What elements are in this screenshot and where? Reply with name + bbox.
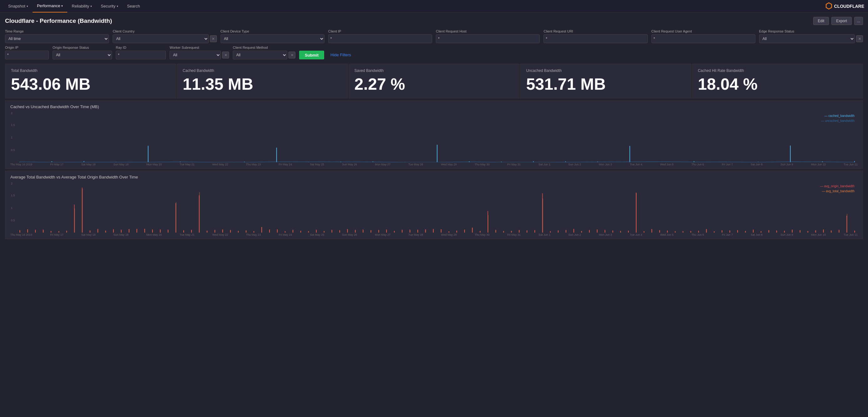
chart2-section: Average Total Bandwidth vs Average Total… xyxy=(5,171,863,239)
filter-client-request-method: Client Request Method All ✕ xyxy=(233,46,296,59)
filter-worker-subrequest: Worker Subrequest All ✕ xyxy=(169,46,229,59)
filter-time-range: Time Range All time xyxy=(5,29,109,43)
stat-total-bandwidth: Total Bandwidth 543.06 MB xyxy=(5,64,176,99)
stat-label-total-bandwidth: Total Bandwidth xyxy=(11,68,170,73)
worker-subrequest-select[interactable]: All xyxy=(169,50,221,59)
cloudflare-icon: ⬡ xyxy=(825,1,832,11)
legend-cached-bandwidth: — cached_bandwidth xyxy=(825,114,855,117)
title-actions: Edit Export ... xyxy=(813,17,863,25)
stat-value-total-bandwidth: 543.06 MB xyxy=(11,75,170,93)
client-country-clear[interactable]: ✕ xyxy=(210,35,217,42)
filter-label-client-device-type: Client Device Type xyxy=(221,29,324,33)
chevron-down-icon: ▾ xyxy=(27,5,28,8)
chart1-section: Cached vs Uncached Bandwidth Over Time (… xyxy=(5,100,863,169)
filter-client-request-user-agent: Client Request User Agent xyxy=(651,29,755,43)
chevron-down-icon: ▾ xyxy=(90,5,92,8)
legend-uncached-bandwidth: — uncached_bandwidth xyxy=(821,119,855,123)
chevron-down-icon: ▾ xyxy=(117,5,118,8)
stat-value-uncached-bandwidth: 531.71 MB xyxy=(526,75,685,93)
chart2-canvas xyxy=(10,182,858,233)
cloudflare-logo: ⬡ CLOUDFLARE xyxy=(825,1,864,11)
stat-value-saved-bandwidth: 2.27 % xyxy=(354,75,514,93)
stat-cached-hit-rate: Cached Hit Rate Bandwidth 18.04 % xyxy=(692,64,863,99)
filter-ray-id: Ray ID xyxy=(116,46,166,59)
more-button[interactable]: ... xyxy=(854,17,863,25)
stat-cards: Total Bandwidth 543.06 MB Cached Bandwid… xyxy=(5,64,863,99)
filter-client-ip: Client IP xyxy=(328,29,432,43)
filter-label-client-request-uri: Client Request URI xyxy=(544,29,647,33)
origin-ip-input[interactable] xyxy=(5,50,49,59)
filter-label-time-range: Time Range xyxy=(5,29,109,33)
hide-filters-link[interactable]: Hide Filters xyxy=(331,50,351,59)
time-range-select[interactable]: All time xyxy=(5,34,109,43)
main-content: Cloudflare - Performance (Bandwidth) Edi… xyxy=(0,12,868,417)
stat-label-cached-bandwidth: Cached Bandwidth xyxy=(183,68,342,73)
navbar: Snapshot ▾ Performance ▾ Reliability ▾ S… xyxy=(0,0,868,12)
stat-saved-bandwidth: Saved Bandwidth 2.27 % xyxy=(348,64,520,99)
nav-reliability[interactable]: Reliability ▾ xyxy=(67,0,96,12)
page-title: Cloudflare - Performance (Bandwidth) xyxy=(5,18,112,24)
stat-uncached-bandwidth: Uncached Bandwidth 531.71 MB xyxy=(520,64,691,99)
filter-input-wrap-client-country: All ✕ xyxy=(113,34,217,43)
origin-response-status-select[interactable]: All xyxy=(53,50,112,59)
filter-label-origin-ip: Origin IP xyxy=(5,46,49,49)
filter-input-wrap-request-host xyxy=(436,34,540,43)
chart1-title: Cached vs Uncached Bandwidth Over Time (… xyxy=(10,104,858,109)
client-request-uri-input[interactable] xyxy=(544,34,647,43)
filter-input-wrap-time-range: All time xyxy=(5,34,109,43)
export-button[interactable]: Export xyxy=(831,17,852,25)
client-request-host-input[interactable] xyxy=(436,34,540,43)
ray-id-input[interactable] xyxy=(116,50,166,59)
filter-input-wrap-device-type: All xyxy=(221,34,324,43)
worker-subrequest-clear[interactable]: ✕ xyxy=(222,51,229,59)
chart2-xaxis: Thu May 16 2019Fri May 17Sat May 18Sun M… xyxy=(10,233,858,236)
client-ip-input[interactable] xyxy=(328,34,432,43)
edge-response-status-select[interactable]: All xyxy=(759,34,855,43)
filter-label-client-request-method: Client Request Method xyxy=(233,46,296,49)
user-agent-input[interactable] xyxy=(651,34,755,43)
filter-label-client-country: Client Country xyxy=(113,29,217,33)
filter-input-wrap-client-ip xyxy=(328,34,432,43)
stat-value-cached-hit-rate: 18.04 % xyxy=(698,75,857,93)
chart1-legend: — cached_bandwidth — uncached_bandwidth xyxy=(821,113,855,124)
client-country-select[interactable]: All xyxy=(113,34,208,43)
stat-label-cached-hit-rate: Cached Hit Rate Bandwidth xyxy=(698,68,857,73)
client-request-method-select[interactable]: All xyxy=(233,50,287,59)
filter-label-user-agent: Client Request User Agent xyxy=(651,29,755,33)
nav-performance[interactable]: Performance ▾ xyxy=(33,0,67,12)
nav-snapshot[interactable]: Snapshot ▾ xyxy=(4,0,33,12)
page-title-row: Cloudflare - Performance (Bandwidth) Edi… xyxy=(5,17,863,25)
filter-client-device-type: Client Device Type All xyxy=(221,29,324,43)
filter-edge-response-status: Edge Response Status All ✕ xyxy=(759,29,863,43)
chart2-legend: — avg_origin_bandwidth — avg_total_bandw… xyxy=(820,184,855,194)
submit-button[interactable]: Submit xyxy=(299,50,324,59)
stat-label-saved-bandwidth: Saved Bandwidth xyxy=(354,68,514,73)
filter-origin-ip: Origin IP xyxy=(5,46,49,59)
client-device-type-select[interactable]: All xyxy=(221,34,324,43)
client-request-method-clear[interactable]: ✕ xyxy=(288,51,296,59)
filter-label-edge-response-status: Edge Response Status xyxy=(759,29,863,33)
filter-origin-response-status: Origin Response Status All xyxy=(53,46,112,59)
nav-search[interactable]: Search xyxy=(123,0,144,12)
chart2-title: Average Total Bandwidth vs Average Total… xyxy=(10,175,858,179)
filter-input-wrap-user-agent xyxy=(651,34,755,43)
filter-label-client-ip: Client IP xyxy=(328,29,432,33)
filter-input-wrap-request-uri xyxy=(544,34,647,43)
stat-label-uncached-bandwidth: Uncached Bandwidth xyxy=(526,68,685,73)
filter-client-request-uri: Client Request URI xyxy=(544,29,647,43)
chart2-wrap: — avg_origin_bandwidth — avg_total_bandw… xyxy=(10,182,858,233)
filter-client-country: Client Country All ✕ xyxy=(113,29,217,43)
edge-response-status-clear[interactable]: ✕ xyxy=(856,35,863,42)
filter-input-wrap-worker: All ✕ xyxy=(169,50,229,59)
chart1-canvas xyxy=(10,112,858,162)
legend-avg-origin-bandwidth: — avg_origin_bandwidth xyxy=(820,184,855,188)
legend-avg-total-bandwidth: — avg_total_bandwidth xyxy=(822,189,855,193)
stat-cached-bandwidth: Cached Bandwidth 11.35 MB xyxy=(177,64,348,99)
filter-input-wrap-edge-response: All ✕ xyxy=(759,34,863,43)
chart1-wrap: — cached_bandwidth — uncached_bandwidth xyxy=(10,112,858,162)
edit-button[interactable]: Edit xyxy=(813,17,829,25)
filter-input-wrap-method: All ✕ xyxy=(233,50,296,59)
stat-value-cached-bandwidth: 11.35 MB xyxy=(183,75,342,93)
nav-security[interactable]: Security ▾ xyxy=(96,0,123,12)
filter-client-request-host: Client Request Host xyxy=(436,29,540,43)
